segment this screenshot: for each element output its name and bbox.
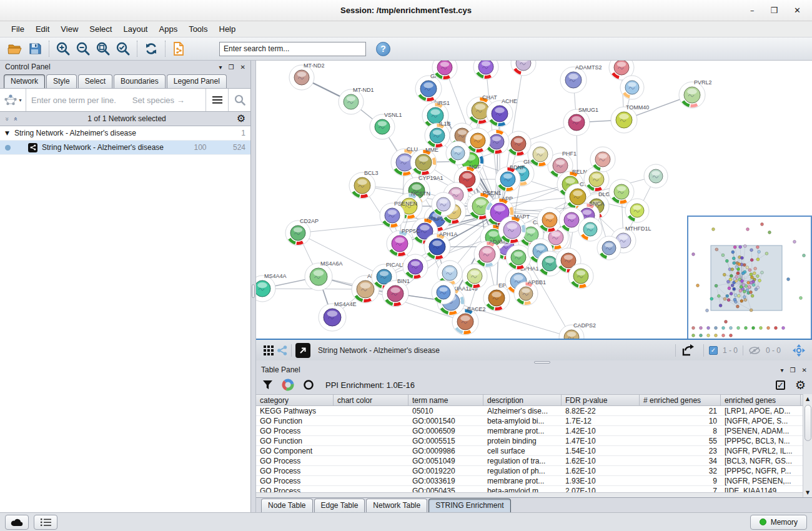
ring-chart-icon[interactable] <box>303 379 314 390</box>
scrollbar-thumb[interactable] <box>805 405 811 441</box>
column-header[interactable]: term name <box>408 395 483 405</box>
close-button[interactable]: ✕ <box>794 6 801 15</box>
tab-network[interactable]: Network <box>4 74 45 88</box>
maximize-button[interactable]: ❒ <box>770 6 778 15</box>
string-search-button[interactable] <box>228 89 250 111</box>
protein-node[interactable] <box>578 217 602 241</box>
zoom-out-button[interactable] <box>73 39 93 58</box>
splitter-handle[interactable] <box>252 284 255 298</box>
enrichment-settings-icon[interactable]: ⚙ <box>795 379 806 391</box>
search-input[interactable] <box>219 42 366 56</box>
protein-node[interactable] <box>537 207 562 232</box>
tab-network-table[interactable]: Network Table <box>366 499 427 512</box>
protein-node[interactable]: MS4A4E <box>319 301 357 331</box>
collapse-all-icon[interactable]: » <box>11 117 19 121</box>
menu-help[interactable]: Help <box>214 22 241 36</box>
tab-edge-table[interactable]: Edge Table <box>314 499 365 512</box>
detach-view-button[interactable] <box>295 343 310 358</box>
protein-node[interactable]: PPP5C <box>387 228 420 257</box>
close-panel-icon[interactable]: ✕ <box>240 64 245 71</box>
protein-node[interactable]: VSNL1 <box>370 112 402 139</box>
scroll-up-icon[interactable]: ▲ <box>806 394 810 404</box>
tab-style[interactable]: Style <box>46 74 77 88</box>
tree-expanded-icon[interactable]: ▼ <box>5 130 9 136</box>
filter-icon[interactable] <box>262 380 273 390</box>
protein-node[interactable]: MS4A6A <box>305 261 343 290</box>
protein-node[interactable] <box>462 264 487 289</box>
protein-node[interactable] <box>432 192 455 216</box>
table-row[interactable]: KEGG Pathways05010Alzheimer's dise...8.8… <box>256 406 803 416</box>
memory-button[interactable]: Memory <box>750 515 807 530</box>
protein-node[interactable] <box>609 179 634 204</box>
table-row[interactable]: GO FunctionGO:0005515protein binding1.47… <box>256 436 803 446</box>
menu-edit[interactable]: Edit <box>31 22 54 36</box>
protein-node[interactable] <box>506 131 531 156</box>
protein-node[interactable] <box>590 147 615 172</box>
network-canvas[interactable]: MT-ND2MT-ND1VSNL1GAB2IRS1CHATACHETOMM40S… <box>256 61 812 339</box>
network-row-selected[interactable]: String Network - Alzheimer's disease 100… <box>0 141 250 155</box>
pie-chart-icon[interactable] <box>282 379 294 391</box>
protein-node[interactable] <box>403 254 428 279</box>
tab-select[interactable]: Select <box>78 74 112 88</box>
column-header[interactable]: FDR p-value <box>562 395 640 405</box>
table-row[interactable]: GO ProcessGO:0033619membrane prot...1.93… <box>256 476 803 486</box>
tab-string-enrichment[interactable]: STRING Enrichment <box>428 499 510 512</box>
horizontal-scrollbar[interactable] <box>256 492 803 497</box>
table-row[interactable]: GO ProcessGO:0006509membrane prot...1.42… <box>256 426 803 436</box>
birdseye-view[interactable] <box>687 216 812 339</box>
protein-node[interactable]: TOMM40 <box>611 104 649 133</box>
protein-node[interactable] <box>620 76 644 99</box>
minimize-button[interactable]: – <box>750 6 755 15</box>
panel-menu-icon[interactable]: ▾ <box>219 64 222 71</box>
grid-view-icon[interactable] <box>264 345 274 355</box>
protein-node[interactable]: PVRL2 <box>679 79 712 108</box>
menu-layout[interactable]: Layout <box>118 22 152 36</box>
protein-node[interactable]: ADAMTS2 <box>560 64 602 93</box>
protein-node[interactable] <box>432 280 455 304</box>
tab-legend-panel[interactable]: Legend Panel <box>167 74 227 88</box>
float-panel-icon[interactable]: ❒ <box>229 64 234 71</box>
selected-checkbox-icon[interactable]: ✓ <box>709 346 718 355</box>
vertical-splitter[interactable] <box>251 61 256 512</box>
panel-menu-icon[interactable]: ▾ <box>781 367 784 374</box>
close-panel-icon[interactable]: ✕ <box>802 367 807 374</box>
protein-node[interactable] <box>644 164 668 188</box>
column-header[interactable]: chart color <box>334 395 408 405</box>
zoom-in-button[interactable] <box>53 39 73 58</box>
table-row[interactable]: GO ProcessGO:0019220regulation of ph...1… <box>256 466 803 476</box>
menu-select[interactable]: Select <box>84 22 117 36</box>
protein-node[interactable]: CD2AP <box>285 218 319 246</box>
protein-node[interactable] <box>625 199 649 222</box>
column-header[interactable]: enriched genes <box>721 395 801 405</box>
menu-apps[interactable]: Apps <box>154 22 183 36</box>
column-header[interactable]: category <box>256 395 334 405</box>
gear-icon[interactable]: ⚙ <box>237 114 245 124</box>
string-options-button[interactable] <box>205 89 228 111</box>
tab-boundaries[interactable]: Boundaries <box>114 74 166 88</box>
protein-node[interactable] <box>597 236 621 260</box>
tab-node-table[interactable]: Node Table <box>261 499 313 512</box>
help-button[interactable]: ? <box>376 42 390 56</box>
protein-node[interactable] <box>528 142 553 167</box>
zoom-fit-button[interactable] <box>93 39 113 58</box>
protein-node[interactable]: MT-ND1 <box>339 87 374 114</box>
updates-button[interactable] <box>5 515 29 530</box>
protein-node[interactable] <box>506 245 531 270</box>
zoom-selected-button[interactable] <box>113 39 133 58</box>
scroll-down-icon[interactable]: ▼ <box>806 488 810 497</box>
horizontal-splitter[interactable] <box>256 360 812 364</box>
open-file-button[interactable] <box>5 39 25 58</box>
save-session-button[interactable] <box>25 39 45 58</box>
table-row[interactable]: GO ComponentGO:0009986cell surface1.54E-… <box>256 446 803 456</box>
float-panel-icon[interactable]: ❒ <box>790 367 796 374</box>
refresh-button[interactable] <box>141 39 161 58</box>
share-view-icon[interactable] <box>277 345 287 355</box>
splitter-handle[interactable] <box>534 361 550 364</box>
expand-all-icon[interactable]: » <box>3 117 11 121</box>
protein-node[interactable] <box>568 264 593 289</box>
string-search-source[interactable]: ▾ <box>0 89 26 111</box>
protein-node[interactable] <box>473 61 498 79</box>
network-collection-row[interactable]: ▼ String Network - Alzheimer's disease 1 <box>0 126 250 141</box>
select-terms-checkbox[interactable]: ✓ <box>776 380 785 390</box>
export-network-button[interactable] <box>675 344 700 357</box>
